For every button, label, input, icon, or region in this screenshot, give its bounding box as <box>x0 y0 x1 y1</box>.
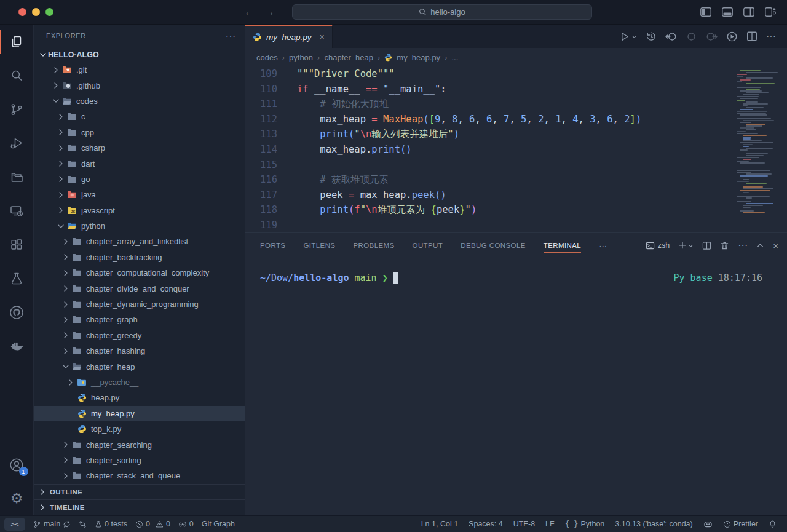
activity-account[interactable]: 1 <box>0 448 34 482</box>
panel-tab-problems[interactable]: PROBLEMS <box>353 233 394 258</box>
status-git-compare[interactable] <box>79 520 87 528</box>
status-notifications[interactable] <box>769 520 777 528</box>
tab-my-heap-py[interactable]: my_heap.py × <box>245 25 333 48</box>
run-circle-icon[interactable] <box>726 31 738 42</box>
tree-item-chapter-sorting[interactable]: chapter_sorting <box>34 453 245 468</box>
chevron-right-icon[interactable] <box>56 205 66 215</box>
tree-item-chapter-array-and-linkedlist[interactable]: chapter_array_and_linkedlist <box>34 234 245 249</box>
chevron-right-icon[interactable] <box>61 440 71 450</box>
maximize-window-button[interactable] <box>45 8 53 16</box>
nav-back-icon[interactable]: ← <box>244 6 255 18</box>
tree-item-dart[interactable]: dart <box>34 156 245 171</box>
chevron-right-icon[interactable] <box>56 190 66 200</box>
tree-item-chapter-searching[interactable]: chapter_searching <box>34 437 245 452</box>
status-copilot[interactable] <box>703 520 713 528</box>
breadcrumb-symbol[interactable]: ... <box>451 53 458 62</box>
status-eol[interactable]: LF <box>545 520 555 528</box>
status-indentation[interactable]: Spaces: 4 <box>469 520 503 528</box>
tree-item-chapter-divide-and-conquer[interactable]: chapter_divide_and_conquer <box>34 280 245 296</box>
code-editor[interactable]: 109"""Driver Code"""110if __name__ == "_… <box>245 66 787 232</box>
tree-item-my-heap-py[interactable]: my_heap.py <box>34 406 245 421</box>
activity-project-manager[interactable] <box>0 160 34 194</box>
nav-forward-icon[interactable]: → <box>264 6 275 18</box>
activity-docker[interactable] <box>0 329 34 363</box>
new-terminal-button[interactable] <box>678 241 694 250</box>
tree-item-java[interactable]: java <box>34 187 245 202</box>
panel-tab-terminal[interactable]: TERMINAL <box>544 233 581 258</box>
toggle-sidebar-icon[interactable] <box>700 7 711 17</box>
split-editor-icon[interactable] <box>746 31 757 42</box>
chevron-down-icon[interactable] <box>61 362 71 371</box>
tree-item-cpp[interactable]: cpp <box>34 125 245 140</box>
run-python-file-button[interactable] <box>619 31 637 42</box>
chevron-right-icon[interactable] <box>61 252 71 262</box>
tree-item-chapter-dynamic-programming[interactable]: chapter_dynamic_programming <box>34 296 245 312</box>
panel-tab-output[interactable]: OUTPUT <box>413 233 443 258</box>
activity-settings[interactable]: ⚙ <box>0 482 34 515</box>
gitlens-forward-icon[interactable] <box>706 31 718 42</box>
tree-root-hello-algo[interactable]: HELLO-ALGO <box>34 47 245 62</box>
minimap[interactable] <box>737 70 781 225</box>
activity-search[interactable] <box>0 58 34 92</box>
breadcrumb-python[interactable]: python <box>289 53 313 62</box>
panel-tab-debug-console[interactable]: DEBUG CONSOLE <box>461 233 526 258</box>
gitlens-circle-icon[interactable] <box>686 31 697 42</box>
status-feedback[interactable]: 0 <box>178 520 194 528</box>
chevron-right-icon[interactable] <box>61 284 71 293</box>
tree-item-chapter-hashing[interactable]: chapter_hashing <box>34 343 245 359</box>
activity-run-debug[interactable] <box>0 126 34 160</box>
command-center-search[interactable]: hello-algo <box>292 4 592 20</box>
chevron-right-icon[interactable] <box>61 300 71 309</box>
breadcrumb-codes[interactable]: codes <box>256 53 278 62</box>
tree-item-chapter-greedy[interactable]: chapter_greedy <box>34 328 245 343</box>
tree-item-csharp[interactable]: csharp <box>34 140 245 156</box>
chevron-right-icon[interactable] <box>61 330 71 340</box>
chevron-right-icon[interactable] <box>61 315 71 325</box>
close-tab-icon[interactable]: × <box>320 32 325 42</box>
chevron-right-icon[interactable] <box>56 112 66 122</box>
minimize-window-button[interactable] <box>32 8 40 16</box>
section-timeline[interactable]: TIMELINE <box>34 499 245 515</box>
timeline-history-icon[interactable] <box>646 31 657 42</box>
tree-item-go[interactable]: go <box>34 172 245 187</box>
chevron-right-icon[interactable] <box>56 127 66 137</box>
remote-indicator[interactable]: >< <box>4 518 25 531</box>
panel-more-tabs-icon[interactable]: ··· <box>599 241 607 250</box>
chevron-right-icon[interactable] <box>61 346 71 356</box>
chevron-right-icon[interactable] <box>56 159 66 169</box>
tree-item-python[interactable]: python <box>34 218 245 234</box>
tree-item-javascript[interactable]: JSjavascript <box>34 203 245 218</box>
gitlens-back-icon[interactable] <box>665 31 677 42</box>
chevron-right-icon[interactable] <box>56 174 66 184</box>
status-problems[interactable]: 0 0 <box>135 520 170 528</box>
chevron-down-icon[interactable] <box>51 96 61 106</box>
tree-item-chapter-graph[interactable]: chapter_graph <box>34 312 245 327</box>
editor-more-actions-icon[interactable]: ··· <box>766 31 776 42</box>
terminal[interactable]: ~/Dow/hello-algo main ❯ Py base 18:17:16 <box>245 258 787 515</box>
status-git-graph[interactable]: Git Graph <box>202 520 235 528</box>
panel-more-actions-icon[interactable]: ··· <box>738 240 748 251</box>
close-panel-icon[interactable]: × <box>773 240 778 251</box>
tree-item-c[interactable]: c <box>34 109 245 124</box>
status-branch[interactable]: main <box>33 520 71 528</box>
status-prettier[interactable]: Prettier <box>723 520 758 528</box>
chevron-down-icon[interactable] <box>56 221 66 231</box>
breadcrumb-file[interactable]: my_heap.py <box>397 53 440 62</box>
chevron-right-icon[interactable] <box>61 471 71 481</box>
chevron-right-icon[interactable] <box>51 65 61 75</box>
chevron-right-icon[interactable] <box>56 143 66 153</box>
breadcrumb-chapter-heap[interactable]: chapter_heap <box>324 53 373 62</box>
status-cursor-position[interactable]: Ln 1, Col 1 <box>421 520 458 528</box>
shell-selector[interactable]: zsh <box>646 241 670 250</box>
panel-tab-gitlens[interactable]: GITLENS <box>303 233 335 258</box>
panel-tab-ports[interactable]: PORTS <box>260 233 285 258</box>
tree-item-heap-py[interactable]: heap.py <box>34 390 245 405</box>
tree-item-chapter-backtracking[interactable]: chapter_backtracking <box>34 250 245 265</box>
activity-testing[interactable] <box>0 261 34 295</box>
tree-item--github[interactable]: .github <box>34 77 245 93</box>
chevron-right-icon[interactable] <box>61 455 71 465</box>
kill-terminal-trash-icon[interactable] <box>720 241 729 250</box>
chevron-right-icon[interactable] <box>66 378 76 387</box>
status-language[interactable]: { } Python <box>565 520 605 528</box>
split-terminal-icon[interactable] <box>702 241 711 250</box>
